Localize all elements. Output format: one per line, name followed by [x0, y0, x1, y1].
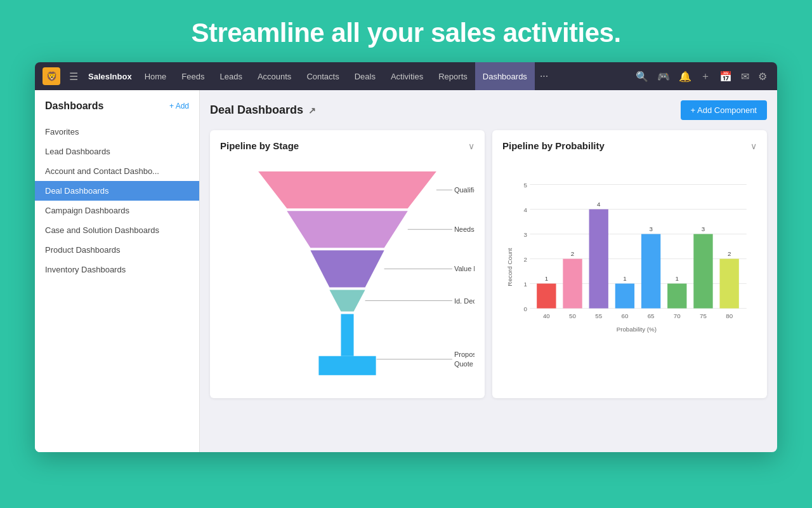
- funnel-panel-header: Pipeline by Stage ∨: [220, 140, 475, 151]
- funnel-label-proposal-1: Proposal/Price: [454, 351, 475, 358]
- funnel-stage-id-decision-makers: [329, 290, 365, 311]
- sidebar-item-campaign-dashboards[interactable]: Campaign Dashboards: [35, 201, 199, 220]
- main-area: Dashboards + Add Favorites Lead Dashboar…: [35, 90, 777, 452]
- bar-label-55: 4: [597, 201, 601, 208]
- bar-label-40: 1: [545, 275, 548, 282]
- sidebar-item-inventory-dashboards[interactable]: Inventory Dashboards: [35, 260, 199, 279]
- y-tick-1: 1: [524, 281, 527, 288]
- bell-icon[interactable]: 🔔: [679, 70, 691, 83]
- calendar-icon[interactable]: 📅: [719, 70, 732, 83]
- nav-item-feeds[interactable]: Feeds: [174, 62, 212, 90]
- funnel-stage-qualification: [258, 171, 436, 208]
- x-tick-55: 55: [595, 312, 602, 319]
- game-icon[interactable]: 🎮: [657, 70, 670, 83]
- y-tick-3: 3: [524, 231, 527, 238]
- y-tick-5: 5: [524, 182, 528, 189]
- funnel-label-qualification: Qualification: [454, 186, 475, 194]
- bar-chart: Record Count 5 4 3 2 1: [502, 159, 757, 371]
- sidebar-item-account-contact[interactable]: Account and Contact Dashbo...: [35, 161, 199, 181]
- x-tick-40: 40: [543, 312, 550, 319]
- nav-logo: 🦁: [43, 67, 60, 85]
- settings-icon[interactable]: ⚙: [758, 70, 767, 83]
- bar-label-65: 3: [649, 225, 652, 232]
- content-title: Deal Dashboards ↗: [210, 104, 316, 117]
- dashboard-panels: Pipeline by Stage ∨: [210, 130, 767, 398]
- bar-50: [563, 259, 582, 309]
- plus-icon[interactable]: ＋: [700, 70, 710, 83]
- bar-55: [589, 210, 608, 309]
- x-tick-70: 70: [674, 312, 681, 319]
- bar-40: [537, 284, 556, 309]
- nav-brand: SalesInbox: [83, 72, 137, 81]
- funnel-panel-title: Pipeline by Stage: [220, 140, 299, 151]
- nav-item-contacts[interactable]: Contacts: [299, 62, 346, 90]
- y-tick-2: 2: [524, 256, 527, 263]
- add-component-button[interactable]: + Add Component: [681, 100, 767, 120]
- top-nav: 🦁 ☰ SalesInbox Home Feeds Leads Accounts…: [35, 62, 777, 90]
- nav-item-activities[interactable]: Activities: [383, 62, 431, 90]
- bar-chart-panel-title: Pipeline by Probability: [502, 140, 605, 151]
- bar-80: [719, 259, 738, 309]
- bar-65: [641, 234, 660, 309]
- funnel-label-id: Id. Decision Makers: [454, 297, 475, 305]
- x-tick-60: 60: [621, 312, 628, 319]
- bar-label-60: 1: [623, 275, 626, 282]
- hamburger-icon[interactable]: ☰: [64, 70, 83, 83]
- funnel-label-value: Value Proposition: [454, 265, 475, 272]
- bar-chart-panel: Pipeline by Probability ∨ Record Count 5…: [492, 130, 767, 398]
- nav-right-icons: 🔍 🎮 🔔 ＋ 📅 ✉ ⚙: [636, 70, 769, 83]
- funnel-stage-needs-analysis: [287, 211, 407, 248]
- funnel-svg: Qualification Needs Analysis Value Propo…: [220, 165, 475, 382]
- funnel-label-needs: Needs Analysis: [454, 225, 475, 233]
- funnel-base: [318, 356, 376, 375]
- sidebar-item-favorites[interactable]: Favorites: [35, 122, 199, 142]
- nav-item-accounts[interactable]: Accounts: [250, 62, 299, 90]
- sidebar-item-case-solution[interactable]: Case and Solution Dashboards: [35, 220, 199, 240]
- funnel-stage-proposal: [341, 314, 353, 356]
- x-tick-50: 50: [569, 312, 576, 319]
- funnel-label-proposal-2: Quote: [454, 360, 473, 368]
- nav-item-dashboards[interactable]: Dashboards: [475, 62, 535, 90]
- x-axis-label: Probability (%): [617, 326, 657, 333]
- mail-icon[interactable]: ✉: [741, 70, 749, 83]
- bar-60: [615, 284, 634, 309]
- nav-item-deals[interactable]: Deals: [347, 62, 383, 90]
- bar-75: [693, 234, 712, 309]
- sidebar-item-product-dashboards[interactable]: Product Dashboards: [35, 240, 199, 260]
- nav-item-home[interactable]: Home: [137, 62, 174, 90]
- funnel-chart: Qualification Needs Analysis Value Propo…: [220, 159, 475, 388]
- bar-chart-panel-header: Pipeline by Probability ∨: [502, 140, 757, 151]
- search-icon[interactable]: 🔍: [636, 70, 648, 83]
- content-area: Deal Dashboards ↗ + Add Component Pipeli…: [200, 90, 777, 452]
- sidebar-title: Dashboards: [45, 100, 103, 112]
- logo-icon: 🦁: [43, 67, 60, 85]
- funnel-panel: Pipeline by Stage ∨: [210, 130, 485, 398]
- nav-items: Home Feeds Leads Accounts Contacts Deals…: [137, 62, 636, 90]
- external-link-icon[interactable]: ↗: [308, 105, 316, 116]
- y-tick-0: 0: [524, 305, 528, 312]
- bar-chart-panel-expand-icon[interactable]: ∨: [750, 141, 757, 151]
- hero-heading: Streamline all your sales activities.: [0, 0, 812, 62]
- x-tick-75: 75: [700, 312, 707, 319]
- nav-item-leads[interactable]: Leads: [212, 62, 249, 90]
- y-axis-label: Record Count: [506, 248, 513, 286]
- content-header: Deal Dashboards ↗ + Add Component: [210, 100, 767, 120]
- sidebar-add-button[interactable]: + Add: [169, 102, 189, 110]
- bar-label-70: 1: [676, 275, 679, 282]
- sidebar-item-lead-dashboards[interactable]: Lead Dashboards: [35, 142, 199, 161]
- nav-more-icon[interactable]: ···: [535, 70, 553, 82]
- y-tick-4: 4: [524, 206, 528, 213]
- funnel-panel-expand-icon[interactable]: ∨: [468, 141, 475, 151]
- sidebar-item-deal-dashboards[interactable]: Deal Dashboards: [35, 181, 199, 201]
- sidebar: Dashboards + Add Favorites Lead Dashboar…: [35, 90, 200, 452]
- dashboard-title: Deal Dashboards: [210, 104, 303, 117]
- funnel-stage-value-proposition: [310, 250, 384, 287]
- x-tick-65: 65: [648, 312, 655, 319]
- sidebar-header: Dashboards + Add: [35, 100, 199, 122]
- bar-chart-svg: Record Count 5 4 3 2 1: [502, 164, 757, 363]
- bar-label-80: 2: [728, 250, 731, 257]
- x-tick-80: 80: [726, 312, 733, 319]
- nav-item-reports[interactable]: Reports: [431, 62, 475, 90]
- bar-label-75: 3: [702, 225, 705, 232]
- app-window: 🦁 ☰ SalesInbox Home Feeds Leads Accounts…: [35, 62, 777, 452]
